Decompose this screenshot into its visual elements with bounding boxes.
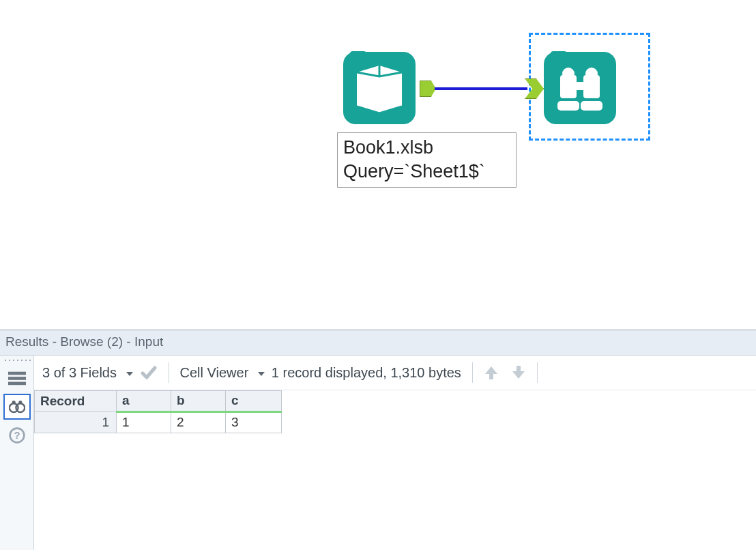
messages-view-button[interactable] (3, 365, 31, 391)
cell-viewer-dropdown[interactable]: Cell Viewer (180, 365, 265, 381)
svg-rect-9 (8, 382, 26, 386)
record-info-label: 1 record displayed, 1,310 bytes (272, 365, 461, 381)
separator (472, 362, 473, 383)
cell[interactable]: 1 (117, 412, 171, 433)
separator (169, 362, 169, 383)
results-main: 3 of 3 Fields Cell Viewer 1 record displ… (34, 356, 756, 550)
svg-rect-6 (581, 101, 602, 111)
column-header-c[interactable]: c (226, 391, 282, 412)
output-anchor[interactable] (420, 81, 436, 97)
svg-rect-4 (575, 82, 585, 90)
binoculars-small-icon (9, 398, 25, 416)
svg-text:?: ? (14, 430, 20, 441)
check-icon (140, 364, 158, 381)
results-toolbar: 3 of 3 Fields Cell Viewer 1 record displ… (34, 356, 756, 390)
fields-dropdown[interactable]: 3 of 3 Fields (42, 365, 133, 381)
results-title: Results - Browse (2) - Input (0, 330, 756, 355)
separator (537, 362, 538, 383)
help-view-button[interactable]: ? (3, 422, 31, 448)
binoculars-icon (544, 52, 616, 124)
chevron-down-icon (258, 372, 265, 376)
annotation-line1: Book1.xlsb (343, 136, 510, 160)
results-sidebar: ? (0, 356, 34, 550)
connection-line[interactable] (435, 87, 527, 90)
cell[interactable]: 2 (171, 412, 226, 433)
svg-rect-12 (12, 401, 15, 404)
table-row[interactable]: 1 1 2 3 (35, 412, 282, 433)
arrow-down-icon (511, 364, 526, 381)
row-number: 1 (35, 412, 117, 433)
help-icon: ? (8, 425, 26, 446)
annotation-line2: Query=`Sheet1$` (343, 160, 510, 184)
open-book-icon (343, 52, 416, 124)
svg-point-11 (16, 403, 25, 412)
svg-rect-13 (18, 401, 22, 404)
prev-record-button[interactable] (484, 364, 499, 381)
browse-tool[interactable] (544, 52, 616, 124)
record-column-header[interactable]: Record (35, 391, 117, 412)
column-header-a[interactable]: a (117, 391, 171, 412)
svg-rect-5 (557, 101, 579, 111)
input-data-tool[interactable] (343, 52, 416, 124)
cell[interactable]: 3 (226, 412, 282, 433)
svg-rect-8 (8, 377, 26, 380)
svg-rect-7 (8, 372, 26, 375)
fields-dropdown-label: 3 of 3 Fields (42, 365, 117, 380)
next-record-button[interactable] (511, 364, 526, 381)
results-panel: Results - Browse (2) - Input (0, 330, 756, 550)
apply-fields-button[interactable] (140, 364, 158, 381)
column-header-b[interactable]: b (171, 391, 226, 412)
svg-rect-2 (560, 75, 577, 98)
tool-annotation: Book1.xlsb Query=`Sheet1$` (337, 132, 517, 188)
arrow-up-icon (484, 364, 499, 381)
data-grid[interactable]: Record a b c 1 1 2 3 (34, 390, 756, 433)
cell-viewer-label: Cell Viewer (180, 365, 249, 380)
svg-rect-3 (583, 75, 600, 98)
list-icon (8, 370, 26, 386)
browse-view-button[interactable] (3, 394, 31, 420)
workflow-canvas[interactable]: Book1.xlsb Query=`Sheet1$` (0, 0, 756, 330)
grip-handle[interactable] (3, 358, 31, 362)
chevron-down-icon (126, 372, 133, 376)
